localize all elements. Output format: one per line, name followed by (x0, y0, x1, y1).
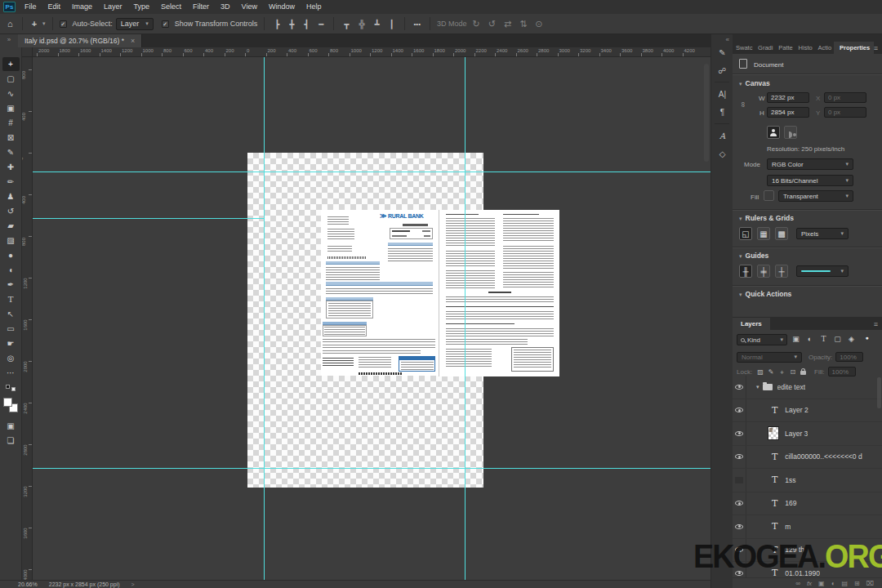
layer-row[interactable]: T1ss (733, 469, 882, 492)
hand-tool[interactable]: ☛ (2, 336, 20, 350)
align-left-icon[interactable]: ┣ (271, 20, 283, 29)
lock-pixels-icon[interactable]: ✎ (768, 368, 774, 376)
home-icon[interactable]: ⌂ (5, 19, 16, 29)
show-transform-checkbox[interactable]: ✓ (162, 20, 169, 28)
status-chevron-icon[interactable]: > (131, 581, 135, 587)
guide-color-dropdown[interactable]: ▾ (796, 265, 849, 277)
more-options-icon[interactable]: ••• (412, 20, 423, 28)
layer-row[interactable]: Tcilla000000..<<<<<<<0 d (733, 446, 882, 470)
clone-stamp-tool[interactable]: ♟ (2, 189, 20, 203)
layer-row[interactable]: TLayer 2 (733, 399, 882, 423)
auto-select-target-dropdown[interactable]: Layer ▾ (116, 18, 154, 30)
rulers-grids-section-header[interactable]: ▾Rulers & Grids (739, 214, 794, 222)
distribute-top-icon[interactable]: ┳ (341, 20, 352, 29)
paragraph-panel-icon[interactable]: ¶ (711, 103, 733, 121)
brush-tool[interactable]: ✏ (2, 175, 20, 189)
align-middle-icon[interactable]: ━ (315, 20, 327, 29)
dodge-tool[interactable]: ◖ (2, 263, 20, 277)
close-icon[interactable]: × (131, 37, 135, 45)
ruler-corner[interactable] (22, 47, 33, 57)
expand-panels-icon[interactable]: « (711, 34, 733, 43)
brush-settings-icon[interactable]: ✎ (711, 43, 733, 61)
visibility-toggle[interactable] (733, 399, 746, 422)
panel-menu-icon[interactable]: ≡ (874, 44, 882, 54)
align-center-h-icon[interactable]: ╋ (286, 20, 297, 29)
vertical-guide[interactable] (465, 57, 466, 580)
zoom-level-field[interactable]: 20.66% (18, 581, 38, 587)
menu-select[interactable]: Select (155, 0, 187, 14)
layer-row[interactable]: ▾edite text (733, 376, 882, 399)
foreground-color-swatch[interactable] (3, 398, 12, 407)
photoshop-logo-icon[interactable]: Ps (3, 2, 16, 12)
lock-transparency-icon[interactable]: ▨ (757, 368, 764, 376)
fill-swatch[interactable] (764, 190, 774, 201)
type-tool[interactable]: T (2, 292, 20, 306)
toggle-rulers-icon[interactable]: ◱ (739, 227, 752, 240)
zoom-tool[interactable]: ◎ (2, 351, 20, 365)
layer-filter-dropdown[interactable]: Kind ▾ (737, 334, 787, 345)
group-chevron-icon[interactable]: ▾ (756, 384, 760, 390)
document-tab[interactable]: Italy id.psd @ 20.7% (RGB/16) * × (18, 34, 142, 47)
layer-name[interactable]: cilla000000..<<<<<<<0 d (785, 452, 862, 461)
crop-tool[interactable]: # (2, 116, 20, 130)
lock-position-icon[interactable]: ＋ (778, 368, 785, 376)
menu-help[interactable]: Help (301, 0, 327, 14)
lock-artboard-icon[interactable]: ⊡ (790, 368, 795, 376)
marquee-tool[interactable]: ▢ (2, 72, 20, 86)
layer-effects-icon[interactable]: fx (807, 580, 812, 587)
visibility-toggle[interactable] (733, 469, 746, 492)
screen-mode-icon[interactable]: ❏ (2, 434, 20, 448)
horizontal-guide-short[interactable] (33, 218, 264, 219)
layer-name[interactable]: 1ss (785, 476, 795, 484)
color-swatches[interactable] (3, 398, 18, 412)
horizontal-ruler[interactable]: 2000180016001400120010008006004002000200… (33, 47, 710, 57)
height-field[interactable]: 2854 px (767, 107, 809, 118)
link-dimensions-icon[interactable]: ∞ (739, 102, 747, 107)
path-selection-tool[interactable]: ↖ (2, 307, 20, 321)
menu-view[interactable]: View (236, 0, 263, 14)
distribute-center-icon[interactable]: ╬ (355, 20, 368, 29)
distribute-bottom-icon[interactable]: ┻ (371, 20, 382, 29)
layer-name[interactable]: edite text (777, 383, 806, 391)
fill-dropdown[interactable]: Transparent▾ (778, 190, 853, 202)
menu-type[interactable]: Type (128, 0, 156, 14)
visibility-toggle[interactable] (733, 515, 746, 538)
visibility-toggle[interactable] (733, 376, 746, 399)
move-tool-options-icon[interactable]: + (29, 19, 39, 29)
filter-toggle-icon[interactable]: ● (861, 335, 873, 341)
frame-tool[interactable]: ⊠ (2, 131, 20, 145)
filter-shape-layers-icon[interactable]: ▢ (831, 335, 844, 343)
lock-all-icon[interactable] (800, 371, 806, 375)
toggle-grid-icon[interactable]: ▦ (757, 227, 770, 240)
layer-name[interactable]: Layer 3 (785, 430, 808, 438)
tab-gradients[interactable]: Gradi (755, 42, 775, 54)
distribute-vertical-icon[interactable]: ┃ (386, 20, 398, 29)
ruler-units-dropdown[interactable]: Pixels▾ (796, 228, 849, 239)
gradient-tool[interactable]: ▨ (2, 234, 20, 247)
menu-edit[interactable]: Edit (42, 0, 67, 14)
filter-pixel-layers-icon[interactable]: ▣ (790, 335, 802, 343)
more-tools[interactable]: ⋯ (2, 366, 20, 380)
clear-guides-icon[interactable]: ┼ (775, 265, 788, 278)
history-brush-tool[interactable]: ↺ (2, 204, 20, 218)
link-layers-icon[interactable]: ∞ (795, 580, 800, 587)
new-group-icon[interactable]: ▤ (842, 580, 849, 587)
guides-section-header[interactable]: ▾Guides (739, 252, 768, 260)
canvas-vertical-scrollbar[interactable] (704, 64, 709, 162)
libraries-panel-icon[interactable]: ◇ (711, 145, 733, 163)
glyphs-panel-icon[interactable]: A (711, 127, 733, 145)
horizontal-guide[interactable] (33, 468, 710, 469)
tab-history[interactable]: Histo (795, 42, 815, 54)
default-colors-icon[interactable] (6, 385, 16, 391)
character-panel-icon[interactable]: A| (711, 85, 733, 103)
tool-preset-caret-icon[interactable]: ▾ (42, 20, 46, 27)
filter-adjustment-layers-icon[interactable]: ◐ (804, 335, 816, 343)
layer-name[interactable]: Layer 2 (785, 406, 808, 414)
landscape-orientation-button[interactable] (784, 126, 797, 139)
align-right-icon[interactable]: ┫ (301, 20, 312, 29)
add-mask-icon[interactable]: ▣ (818, 580, 825, 587)
toggle-guides-icon[interactable]: ╫ (739, 265, 752, 278)
canvas-section-header[interactable]: ▾Canvas (739, 79, 770, 87)
filter-type-layers-icon[interactable]: T (817, 335, 830, 343)
shape-tool[interactable]: ▭ (2, 322, 20, 336)
